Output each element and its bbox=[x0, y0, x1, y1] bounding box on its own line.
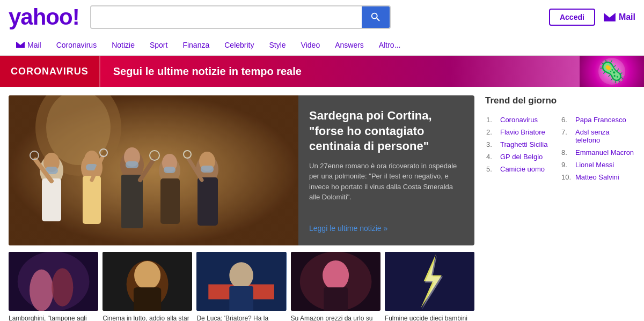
nav-item-finanza[interactable]: Finanza bbox=[175, 36, 217, 54]
trend-num-10: 10. bbox=[561, 173, 573, 181]
sidebar: Trend del giorno 1. Coronavirus 2. Flavi… bbox=[485, 95, 635, 321]
nav-item-style[interactable]: Style bbox=[261, 36, 293, 54]
trend-num-6: 6. bbox=[561, 116, 573, 124]
trend-link-3[interactable]: Traghetti Sicilia bbox=[500, 140, 547, 148]
trend-item-2: 2. Flavio Briatore bbox=[485, 126, 560, 138]
search-icon bbox=[370, 11, 382, 23]
trend-link-6[interactable]: Papa Francesco bbox=[575, 116, 626, 124]
svg-point-45 bbox=[230, 262, 254, 288]
main-content: Sardegna poi Cortina, "forse ho contagia… bbox=[0, 87, 644, 321]
trend-link-4[interactable]: GP del Belgio bbox=[500, 153, 543, 161]
thumb-caption-1: Lamborghini, "tampone agli invitati alle… bbox=[9, 314, 98, 321]
corona-banner[interactable]: CORONAVIRUS Segui le ultime notizie in t… bbox=[0, 56, 644, 87]
thumb-image-4 bbox=[291, 252, 380, 311]
svg-rect-32 bbox=[9, 95, 298, 245]
trend-num-8: 8. bbox=[561, 148, 573, 156]
nav-item-answers[interactable]: Answers bbox=[327, 36, 371, 54]
yahoo-logo[interactable]: yahoo! bbox=[9, 4, 79, 30]
header: yahoo! Accedi Mail bbox=[0, 0, 644, 34]
svg-point-49 bbox=[323, 260, 349, 290]
nav-mail-label: Mail bbox=[27, 41, 41, 49]
trend-item-6: 6. Papa Francesco bbox=[560, 114, 635, 126]
mail-header-link[interactable]: Mail bbox=[604, 12, 635, 22]
search-bar bbox=[90, 5, 391, 29]
hero-scene-svg bbox=[9, 95, 298, 245]
trend-item-5: 5. Camicie uomo bbox=[485, 163, 560, 175]
trend-item-7: 7. Adsl senza telefono bbox=[560, 126, 635, 146]
trend-item-10: 10. Matteo Salvini bbox=[560, 171, 635, 183]
trend-link-10[interactable]: Matteo Salvini bbox=[575, 173, 619, 181]
trend-link-2[interactable]: Flavio Briatore bbox=[500, 128, 545, 136]
virus-icon bbox=[598, 58, 625, 85]
corona-virus-image bbox=[580, 56, 644, 87]
trend-item-4: 4. GP del Belgio bbox=[485, 151, 560, 163]
nav-item-sport[interactable]: Sport bbox=[142, 36, 175, 54]
hero-image bbox=[9, 95, 298, 245]
thumb-image-5 bbox=[385, 252, 474, 311]
trend-title: Trend del giorno bbox=[485, 95, 635, 106]
svg-rect-46 bbox=[230, 286, 254, 311]
trend-num-3: 3. bbox=[486, 140, 498, 148]
hero-text-panel: Sardegna poi Cortina, "forse ho contagia… bbox=[298, 95, 474, 245]
trend-num-2: 2. bbox=[486, 128, 498, 136]
trend-grid: 1. Coronavirus 2. Flavio Briatore 3. Tra… bbox=[485, 114, 635, 183]
svg-rect-50 bbox=[324, 287, 348, 311]
thumb-image-3: DE LUCA bbox=[196, 252, 286, 311]
trend-num-7: 7. bbox=[561, 128, 573, 136]
nav-mail-icon bbox=[16, 42, 25, 48]
hero-title: Sardegna poi Cortina, "forse ho contagia… bbox=[309, 108, 464, 154]
trend-num-5: 5. bbox=[486, 165, 498, 173]
trend-col-right: 6. Papa Francesco 7. Adsl senza telefono… bbox=[560, 114, 635, 183]
thumb-image-1 bbox=[9, 252, 98, 311]
hero-read-more-link[interactable]: Leggi le ultime notizie » bbox=[309, 224, 464, 233]
trend-num-9: 9. bbox=[561, 161, 573, 169]
trend-num-4: 4. bbox=[486, 153, 498, 161]
trend-link-5[interactable]: Camicie uomo bbox=[500, 165, 545, 173]
nav-item-altro[interactable]: Altro... bbox=[371, 36, 408, 54]
thumb-caption-5: Fulmine uccide dieci bambini mentre gioc… bbox=[385, 314, 474, 321]
thumb-item-4[interactable]: Su Amazon prezzi da urlo su integratori … bbox=[291, 252, 380, 321]
nav-item-coronavirus[interactable]: Coronavirus bbox=[49, 36, 104, 54]
trend-item-1: 1. Coronavirus bbox=[485, 114, 560, 126]
corona-banner-text: Segui le ultime notizie in tempo reale bbox=[100, 65, 314, 78]
nav-item-video[interactable]: Video bbox=[294, 36, 328, 54]
trend-link-1[interactable]: Coronavirus bbox=[500, 116, 538, 124]
svg-point-36 bbox=[52, 268, 73, 306]
header-right: Accedi Mail bbox=[549, 9, 635, 26]
thumb-image-2 bbox=[103, 252, 192, 311]
trend-item-8: 8. Emmanuel Macron bbox=[560, 146, 635, 159]
thumb-item-2[interactable]: Cinema in lutto, addio alla star del fil… bbox=[103, 252, 192, 321]
nav-item-notizie[interactable]: Notizie bbox=[104, 36, 142, 54]
svg-rect-40 bbox=[134, 287, 161, 311]
thumb-item-5[interactable]: Fulmine uccide dieci bambini mentre gioc… bbox=[385, 252, 474, 321]
hero-article[interactable]: Sardegna poi Cortina, "forse ho contagia… bbox=[9, 95, 474, 245]
svg-point-39 bbox=[134, 261, 160, 290]
trend-item-9: 9. Lionel Messi bbox=[560, 159, 635, 171]
corona-banner-label: CORONAVIRUS bbox=[0, 56, 100, 87]
hero-description: Un 27enne romano è ora ricoverato in osp… bbox=[309, 161, 464, 217]
trend-num-1: 1. bbox=[486, 116, 498, 124]
mail-header-label: Mail bbox=[619, 12, 635, 22]
trend-link-9[interactable]: Lionel Messi bbox=[575, 161, 614, 169]
trend-col-left: 1. Coronavirus 2. Flavio Briatore 3. Tra… bbox=[485, 114, 560, 183]
nav-item-celebrity[interactable]: Celebrity bbox=[217, 36, 261, 54]
trend-link-8[interactable]: Emmanuel Macron bbox=[575, 148, 634, 156]
svg-point-35 bbox=[30, 270, 54, 311]
main-left: Sardegna poi Cortina, "forse ho contagia… bbox=[9, 95, 474, 321]
trend-item-3: 3. Traghetti Sicilia bbox=[485, 138, 560, 151]
thumb-item-1[interactable]: Lamborghini, "tampone agli invitati alle… bbox=[9, 252, 98, 321]
thumb-caption-4: Su Amazon prezzi da urlo su integratori … bbox=[291, 314, 380, 321]
thumb-caption-2: Cinema in lutto, addio alla star del fil… bbox=[103, 314, 192, 321]
search-input[interactable] bbox=[91, 6, 362, 28]
thumbnail-strip: Lamborghini, "tampone agli invitati alle… bbox=[9, 252, 474, 321]
trend-link-7[interactable]: Adsl senza telefono bbox=[575, 128, 634, 144]
search-button[interactable] bbox=[362, 6, 390, 28]
thumb-item-3[interactable]: DE LUCA De Luca: 'Briatore? Ha la prosta… bbox=[196, 252, 286, 321]
nav-item-mail[interactable]: Mail bbox=[9, 36, 49, 54]
mail-envelope-icon bbox=[604, 13, 616, 21]
nav-bar: Mail Coronavirus Notizie Sport Finanza C… bbox=[0, 34, 644, 56]
thumb-caption-3: De Luca: 'Briatore? Ha la prostatite ai … bbox=[196, 314, 286, 321]
accedi-button[interactable]: Accedi bbox=[549, 9, 595, 26]
hero-scene bbox=[9, 95, 298, 245]
